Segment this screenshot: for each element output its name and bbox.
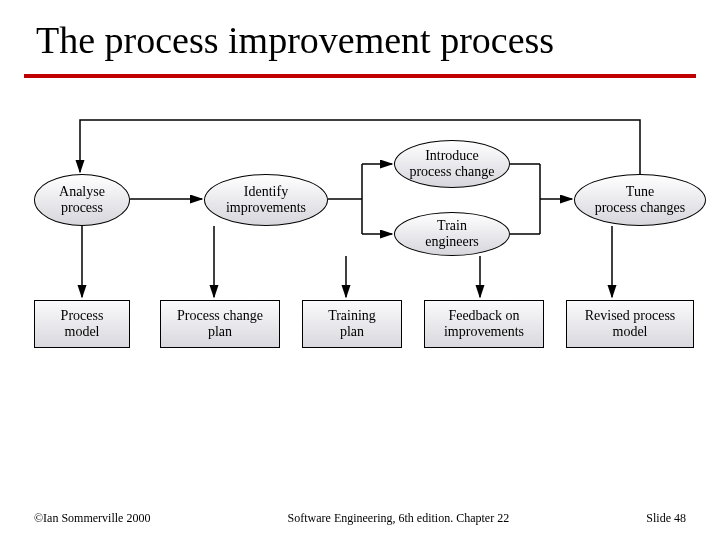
process-diagram: Analyseprocess Identifyimprovements Intr… xyxy=(0,104,720,374)
footer-slide-num: Slide 48 xyxy=(646,511,686,526)
footer-copyright: ©Ian Sommerville 2000 xyxy=(34,511,150,526)
activity-analyse: Analyseprocess xyxy=(34,174,130,226)
footer-reference: Software Engineering, 6th edition. Chapt… xyxy=(288,511,510,526)
activity-train: Trainengineers xyxy=(394,212,510,256)
activity-tune: Tuneprocess changes xyxy=(574,174,706,226)
output-change-plan: Process changeplan xyxy=(160,300,280,348)
slide-title: The process improvement process xyxy=(36,18,554,62)
output-training-plan: Trainingplan xyxy=(302,300,402,348)
output-feedback: Feedback onimprovements xyxy=(424,300,544,348)
title-underline xyxy=(24,74,696,78)
activity-identify: Identifyimprovements xyxy=(204,174,328,226)
slide-footer: ©Ian Sommerville 2000 Software Engineeri… xyxy=(0,511,720,526)
output-process-model: Processmodel xyxy=(34,300,130,348)
activity-introduce: Introduceprocess change xyxy=(394,140,510,188)
output-revised-model: Revised processmodel xyxy=(566,300,694,348)
